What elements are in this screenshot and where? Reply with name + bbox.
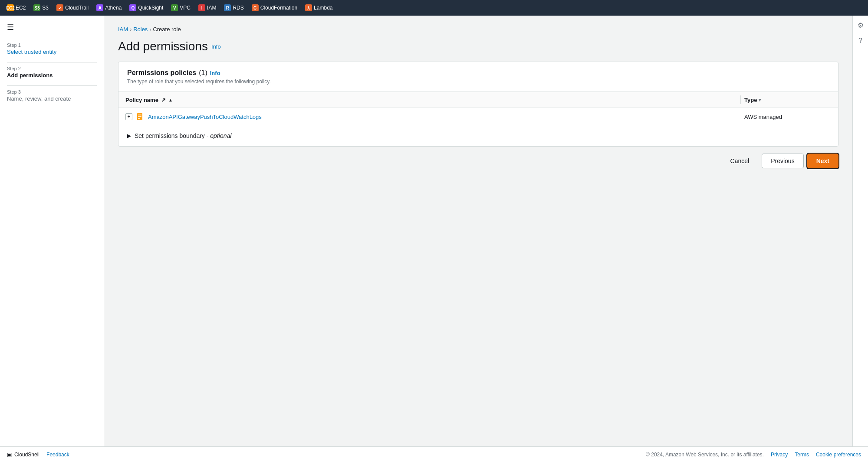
sidebar: ☰ Step 1 Select trusted entity Step 2 Ad… — [0, 16, 104, 446]
col-policy-name-label: Policy name — [125, 97, 158, 103]
pb-title-text: Set permissions boundary — [135, 132, 205, 139]
table-header: Policy name ↗ ▲ Type ▾ — [118, 92, 838, 108]
breadcrumb: IAM › Roles › Create role — [118, 26, 838, 33]
copyright-text: © 2024, Amazon Web Services, Inc. or its… — [646, 452, 764, 458]
nav-rds[interactable]: R RDS — [220, 3, 247, 13]
external-link-icon: ↗ — [161, 97, 166, 103]
breadcrumb-sep-1: › — [130, 26, 132, 33]
policy-cell-type: AWS managed — [744, 114, 831, 120]
step-1: Step 1 Select trusted entity — [7, 43, 97, 55]
nav-vpc-label: VPC — [180, 5, 191, 11]
policy-name-link[interactable]: AmazonAPIGatewayPushToCloudWatchLogs — [148, 114, 262, 120]
cloudformation-icon: C — [252, 4, 259, 11]
col-type: Type ▾ — [744, 97, 831, 103]
panel-count: (1) — [199, 69, 207, 77]
step-1-title[interactable]: Select trusted entity — [7, 49, 56, 55]
right-sidebar: ⚙ ? — [852, 16, 868, 446]
step-2-label: Step 2 — [7, 66, 97, 71]
step-1-label: Step 1 — [7, 43, 97, 48]
policy-svg-icon — [136, 112, 145, 121]
step-2: Step 2 Add permissions — [7, 66, 97, 79]
nav-rds-label: RDS — [233, 5, 243, 11]
permissions-boundary-section[interactable]: ▶ Set permissions boundary - optional — [118, 125, 838, 146]
step-3-title: Name, review, and create — [7, 95, 97, 102]
step-divider-2 — [7, 85, 97, 86]
panel-title-text: Permissions policies — [127, 69, 196, 77]
feedback-link[interactable]: Feedback — [46, 452, 69, 458]
nav-ec2[interactable]: EC2 EC2 — [3, 3, 29, 13]
rds-icon: R — [224, 4, 231, 11]
iam-icon: I — [198, 4, 205, 11]
vpc-icon: V — [171, 4, 178, 11]
nav-s3-label: S3 — [42, 5, 49, 11]
step-3: Step 3 Name, review, and create — [7, 89, 97, 102]
settings-icon[interactable]: ⚙ — [855, 19, 867, 31]
page-title: Add permissions Info — [118, 39, 838, 53]
table-row: + AmazonAPIGatewayPushToCloudWatchLogs A… — [118, 108, 838, 125]
policy-cell-name: + AmazonAPIGatewayPushToCloudWatchLogs — [125, 112, 744, 121]
nav-iam[interactable]: I IAM — [195, 3, 220, 13]
nav-ec2-label: EC2 — [16, 5, 26, 11]
step-2-title: Add permissions — [7, 72, 97, 79]
svg-rect-3 — [138, 118, 140, 119]
lambda-icon: λ — [305, 4, 312, 11]
expand-icon[interactable]: + — [125, 113, 132, 120]
quicksight-icon: Q — [129, 4, 136, 11]
cookie-preferences-link[interactable]: Cookie preferences — [816, 452, 861, 458]
breadcrumb-roles[interactable]: Roles — [133, 26, 148, 33]
col-type-label: Type — [744, 97, 757, 103]
next-button[interactable]: Next — [807, 154, 838, 168]
col-policy-name: Policy name ↗ ▲ — [125, 97, 737, 103]
action-buttons: Cancel Previous Next — [118, 154, 838, 168]
nav-vpc[interactable]: V VPC — [168, 3, 194, 13]
footer: ▣ CloudShell Feedback © 2024, Amazon Web… — [0, 446, 868, 462]
nav-quicksight-label: QuickSight — [138, 5, 163, 11]
ec2-icon: EC2 — [7, 4, 14, 11]
cancel-button[interactable]: Cancel — [721, 154, 759, 168]
col-divider — [740, 95, 741, 104]
cloudshell-button[interactable]: ▣ CloudShell — [7, 452, 39, 458]
nav-athena-label: Athena — [105, 5, 122, 11]
pb-expand-icon: ▶ — [127, 133, 131, 139]
steps-container: Step 1 Select trusted entity Step 2 Add … — [0, 36, 104, 116]
pb-title: Set permissions boundary - optional — [135, 132, 231, 139]
page-info-link[interactable]: Info — [211, 43, 221, 50]
svg-rect-2 — [138, 116, 141, 117]
panel-info-link[interactable]: Info — [210, 70, 220, 76]
main-content: IAM › Roles › Create role Add permission… — [104, 16, 852, 446]
menu-icon[interactable]: ☰ — [0, 19, 104, 36]
cloudshell-label: CloudShell — [14, 452, 39, 458]
page-title-text: Add permissions — [118, 39, 208, 53]
panel-header: Permissions policies (1) Info The type o… — [118, 62, 838, 92]
footer-left: ▣ CloudShell Feedback — [7, 452, 69, 458]
breadcrumb-sep-2: › — [149, 26, 151, 33]
sort-asc-icon[interactable]: ▲ — [168, 98, 173, 102]
nav-athena[interactable]: A Athena — [93, 3, 125, 13]
nav-lambda-label: Lambda — [314, 5, 332, 11]
permissions-panel: Permissions policies (1) Info The type o… — [118, 62, 838, 147]
previous-button[interactable]: Previous — [762, 154, 803, 168]
top-navigation: EC2 EC2 S3 S3 ✓ CloudTrail A Athena Q Qu… — [0, 0, 868, 16]
nav-quicksight[interactable]: Q QuickSight — [126, 3, 167, 13]
step-3-label: Step 3 — [7, 89, 97, 95]
nav-iam-label: IAM — [207, 5, 216, 11]
help-icon[interactable]: ? — [855, 35, 867, 47]
policy-icon — [136, 112, 145, 121]
step-divider-1 — [7, 62, 97, 62]
panel-subtitle: The type of role that you selected requi… — [127, 79, 829, 85]
privacy-link[interactable]: Privacy — [771, 452, 788, 458]
nav-cloudtrail-label: CloudTrail — [65, 5, 89, 11]
cloudtrail-icon: ✓ — [56, 4, 63, 11]
policy-table: Policy name ↗ ▲ Type ▾ + — [118, 92, 838, 125]
nav-cloudformation[interactable]: C CloudFormation — [248, 3, 301, 13]
athena-icon: A — [96, 4, 103, 11]
nav-s3[interactable]: S3 S3 — [30, 3, 52, 13]
nav-lambda[interactable]: λ Lambda — [302, 3, 336, 13]
pb-optional-text: - optional — [207, 132, 232, 139]
terms-link[interactable]: Terms — [795, 452, 809, 458]
footer-right: © 2024, Amazon Web Services, Inc. or its… — [646, 452, 861, 458]
nav-cloudtrail[interactable]: ✓ CloudTrail — [53, 3, 92, 13]
sort-down-icon[interactable]: ▾ — [759, 98, 761, 102]
cloudshell-icon: ▣ — [7, 452, 12, 458]
breadcrumb-iam[interactable]: IAM — [118, 26, 128, 33]
